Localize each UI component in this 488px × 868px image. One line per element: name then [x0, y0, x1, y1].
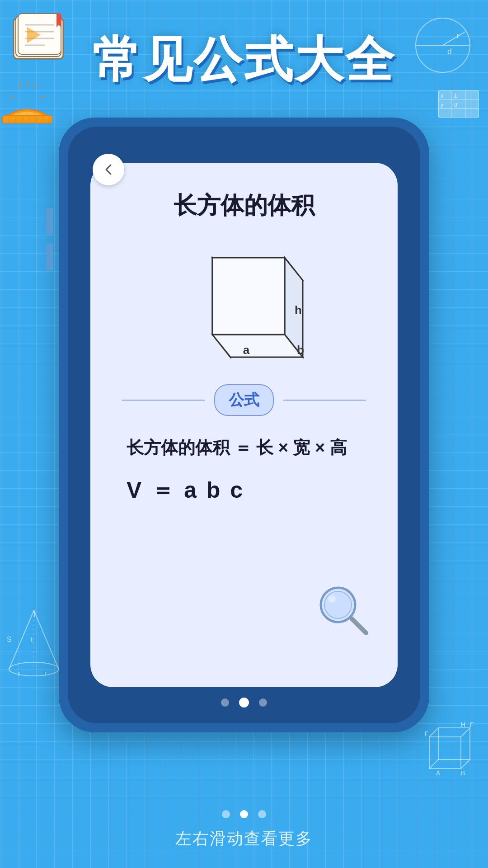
svg-text:F: F: [470, 721, 474, 728]
magnifier-icon: [316, 583, 371, 637]
svg-rect-27: [438, 90, 479, 118]
formula-line-1: 长方体的体积 ＝ 长 × 宽 × 高: [122, 434, 366, 462]
svg-text:B: B: [461, 769, 465, 777]
svg-text:S: S: [7, 636, 12, 643]
svg-line-38: [34, 610, 59, 669]
svg-line-10: [19, 84, 20, 88]
svg-text:F: F: [425, 730, 429, 737]
svg-line-47: [429, 728, 438, 737]
svg-text:t: t: [31, 636, 33, 643]
phone-inner: 长方体的体积 a b h 公式: [68, 127, 420, 723]
svg-text:h: h: [295, 303, 302, 317]
svg-rect-14: [2, 116, 52, 123]
svg-text:0: 0: [454, 102, 457, 108]
box-illustration: a b h: [167, 244, 321, 362]
svg-line-50: [461, 760, 470, 769]
divider-line-left: [122, 400, 205, 401]
svg-line-67: [352, 618, 366, 633]
svg-text:A: A: [436, 769, 441, 777]
svg-line-12: [10, 96, 14, 97]
pdot-1: [222, 810, 230, 818]
side-button-1: [46, 208, 53, 235]
svg-text:r: r: [44, 670, 47, 677]
side-button-2: [46, 243, 53, 270]
svg-text:a: a: [243, 343, 250, 357]
dot-2-active: [239, 698, 249, 708]
pdot-3: [258, 810, 266, 818]
pagination-dots: [221, 698, 267, 708]
svg-text:b: b: [297, 343, 304, 357]
svg-line-49: [429, 760, 438, 769]
formula-divider: 公式: [122, 384, 366, 416]
page-title: 常见公式大全: [92, 27, 396, 93]
svg-text:r: r: [456, 31, 459, 40]
svg-line-11: [34, 84, 35, 88]
side-buttons: [46, 208, 53, 270]
small-cube-decoration: F H F A B: [420, 719, 479, 778]
svg-point-65: [324, 591, 352, 618]
circle-decoration: r d: [411, 14, 474, 77]
svg-text:1: 1: [454, 93, 457, 99]
formula-card: 长方体的体积 a b h 公式: [90, 163, 398, 687]
svg-rect-2: [18, 14, 61, 54]
formula-badge: 公式: [214, 384, 274, 416]
svg-line-23: [443, 32, 465, 45]
svg-marker-60: [212, 258, 285, 335]
svg-line-37: [9, 610, 34, 669]
table-decoration: x 1 y 0: [438, 90, 479, 118]
hint-text: 左右滑动查看更多: [175, 828, 313, 850]
dot-1: [221, 698, 229, 707]
formula-line-2: V ＝ a b c: [122, 475, 366, 505]
divider-line-right: [283, 400, 366, 401]
book-decoration: [5, 9, 72, 68]
svg-text:d: d: [447, 47, 452, 56]
svg-point-66: [328, 595, 336, 603]
bottom-pagination: [222, 810, 266, 818]
svg-text:x: x: [441, 93, 443, 99]
svg-text:y: y: [441, 102, 443, 108]
svg-text:r: r: [18, 670, 21, 677]
back-button[interactable]: [93, 154, 124, 185]
cone-decoration: S t r r T: [5, 606, 63, 678]
svg-line-13: [41, 96, 44, 97]
ruler-decoration: [0, 72, 54, 127]
card-title: 长方体的体积: [122, 190, 366, 222]
svg-line-48: [461, 728, 470, 737]
dot-3: [259, 698, 267, 707]
svg-text:H: H: [461, 721, 465, 728]
svg-text:T: T: [33, 611, 37, 618]
phone-frame: 长方体的体积 a b h 公式: [59, 118, 429, 732]
pdot-2-active: [240, 810, 248, 818]
